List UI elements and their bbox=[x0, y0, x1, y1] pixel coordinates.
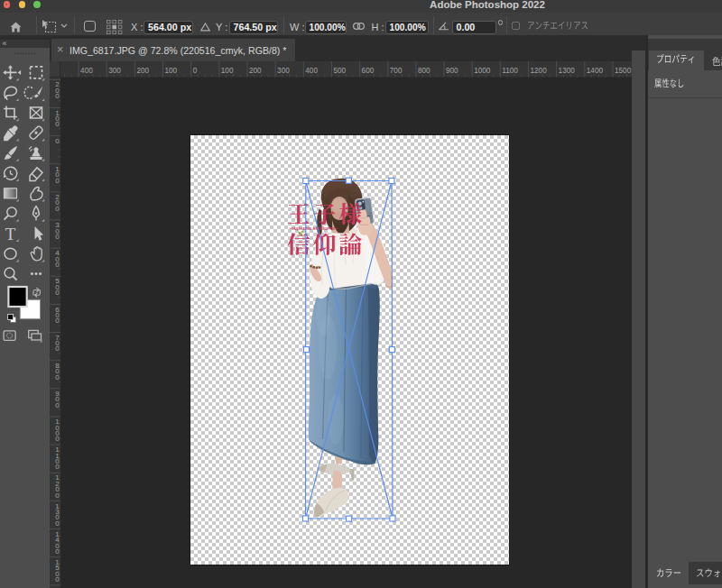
svg-text:300: 300 bbox=[108, 67, 121, 75]
svg-text:0: 0 bbox=[55, 317, 60, 325]
svg-text:0: 0 bbox=[55, 136, 60, 144]
svg-text:300: 300 bbox=[277, 67, 290, 75]
svg-text:700: 700 bbox=[390, 67, 403, 75]
svg-text:0: 0 bbox=[55, 372, 60, 381]
svg-text:T: T bbox=[5, 225, 16, 243]
svg-text:400: 400 bbox=[80, 67, 93, 75]
svg-text:600: 600 bbox=[362, 67, 375, 75]
svg-text:0: 0 bbox=[55, 519, 60, 527]
svg-text:1300: 1300 bbox=[559, 67, 576, 75]
svg-text:1200: 1200 bbox=[531, 67, 548, 75]
svg-text:0: 0 bbox=[55, 435, 60, 443]
svg-text:•oujisama sinkouron•: •oujisama sinkouron• bbox=[290, 226, 338, 231]
svg-text:0: 0 bbox=[55, 575, 60, 583]
svg-text:0: 0 bbox=[55, 547, 60, 555]
svg-text:0: 0 bbox=[55, 176, 60, 184]
svg-text:200: 200 bbox=[249, 67, 262, 75]
svg-text:100: 100 bbox=[165, 67, 178, 75]
svg-text:200: 200 bbox=[137, 67, 150, 75]
svg-text:0: 0 bbox=[55, 232, 60, 240]
svg-text:500: 500 bbox=[334, 67, 347, 75]
svg-text:0: 0 bbox=[55, 261, 60, 269]
svg-text:0: 0 bbox=[193, 67, 198, 75]
svg-text:0: 0 bbox=[55, 120, 60, 128]
svg-text:0: 0 bbox=[55, 204, 60, 212]
svg-text:1500: 1500 bbox=[615, 67, 632, 75]
svg-text:«: « bbox=[3, 39, 7, 48]
svg-text:400: 400 bbox=[306, 67, 319, 75]
svg-text:900: 900 bbox=[446, 67, 458, 75]
svg-text:100: 100 bbox=[221, 67, 234, 75]
svg-text:1100: 1100 bbox=[503, 67, 519, 75]
svg-text:0: 0 bbox=[55, 92, 60, 100]
svg-text:0: 0 bbox=[55, 463, 60, 471]
svg-text:0: 0 bbox=[55, 491, 60, 499]
svg-text:1400: 1400 bbox=[587, 67, 604, 75]
svg-text:0: 0 bbox=[55, 345, 60, 353]
svg-text:800: 800 bbox=[418, 67, 430, 75]
svg-text:0: 0 bbox=[55, 400, 60, 409]
svg-text:0: 0 bbox=[55, 289, 60, 297]
svg-text:1000: 1000 bbox=[474, 67, 491, 75]
